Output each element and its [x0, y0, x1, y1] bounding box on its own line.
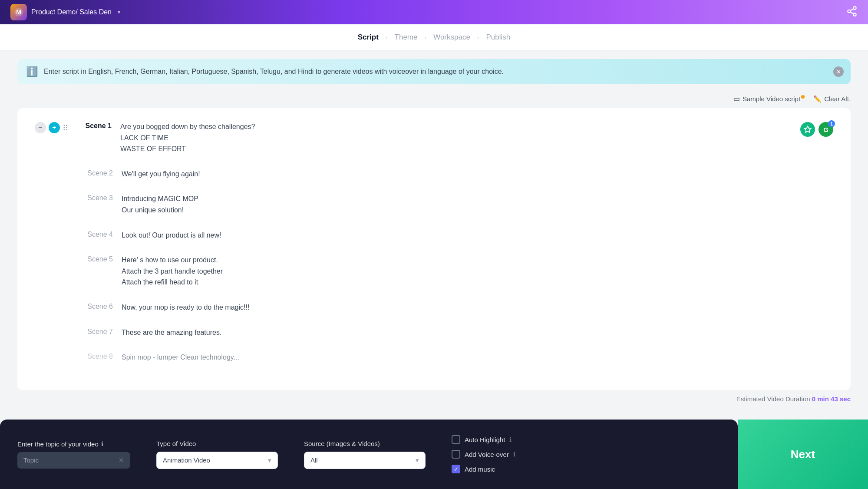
duration-label: Estimated Video Duration [736, 395, 810, 403]
clear-all-button[interactable]: ✏️ Clear AlL [813, 95, 851, 103]
topic-input-wrapper[interactable]: Topic ✕ [17, 452, 130, 469]
add-music-checkbox[interactable]: ✓ [452, 465, 460, 473]
source-value: All [310, 456, 318, 464]
topbar-dropdown-icon[interactable]: ▾ [118, 9, 120, 15]
scene-4-content[interactable]: Look out! Our product is all new! [122, 230, 833, 241]
checkbox-check-icon: ✓ [454, 466, 459, 472]
scene-row: Scene 5 Here' s how to use our product. … [35, 254, 833, 290]
source-group: Source (Images & Videos) All ▾ [304, 440, 426, 469]
breadcrumb: Script › Theme › Workspace › Publish [0, 24, 868, 50]
clear-all-icon: ✏️ [813, 95, 822, 103]
scene-row: Scene 3 Introducing MAGIC MOP Our unique… [35, 193, 833, 217]
topic-input-text: Topic [23, 456, 39, 464]
svg-point-3 [848, 10, 851, 13]
breadcrumb-theme[interactable]: Theme [395, 33, 418, 42]
source-chevron-icon: ▾ [416, 456, 419, 464]
scene-7-content[interactable]: These are the amazing features. [122, 327, 833, 338]
scene-row: Scene 7 These are the amazing features. [35, 327, 833, 340]
breadcrumb-chevron-1: › [386, 34, 388, 41]
scene-5-label: Scene 5 [78, 254, 113, 263]
scene-2-label: Scene 2 [78, 169, 113, 177]
scene-3-label: Scene 3 [78, 193, 113, 202]
scene-8-content[interactable]: Spin mop - lumper Clean technology... [122, 352, 833, 363]
breadcrumb-publish[interactable]: Publish [486, 33, 511, 42]
share-icon[interactable] [846, 6, 858, 19]
scene-8-label: Scene 8 [78, 352, 113, 360]
app-title: Product Demo/ Sales Den [31, 8, 112, 16]
scene-1-label: Scene 1 [77, 121, 112, 130]
scene-5-content[interactable]: Here' s how to use our product. Attach t… [122, 254, 833, 288]
video-type-chevron-icon: ▾ [268, 456, 271, 464]
sample-video-icon: ▭ [733, 95, 740, 103]
scene-1-controls: − + ⠿ [35, 121, 68, 133]
scene-1-ai-icons: G 1 [800, 121, 833, 137]
svg-text:M: M [16, 9, 21, 16]
scene-row: Scene 8 Spin mop - lumper Clean technolo… [35, 352, 833, 365]
scene-3-content[interactable]: Introducing MAGIC MOP Our unique solutio… [122, 193, 833, 215]
auto-highlight-label: Auto Highlight [465, 436, 505, 443]
video-type-select[interactable]: Animation Video ▾ [156, 452, 278, 469]
grammarly-badge: 1 [828, 120, 835, 127]
video-type-value: Animation Video [163, 456, 210, 464]
info-banner-close[interactable]: ✕ [833, 66, 844, 77]
scene-row: Scene 4 Look out! Our product is all new… [35, 230, 833, 243]
info-banner-text: Enter script in English, French, German,… [44, 68, 842, 76]
add-voiceover-row: Add Voice-over ℹ [452, 450, 515, 459]
scene-7-label: Scene 7 [78, 327, 113, 336]
topic-group: Enter the topic of your video ℹ Topic ✕ [17, 440, 130, 469]
info-banner: ℹ️ Enter script in English, French, Germ… [17, 59, 851, 84]
drag-handle-icon[interactable]: ⠿ [63, 122, 68, 133]
auto-highlight-checkbox[interactable] [452, 435, 460, 444]
scene-4-label: Scene 4 [78, 230, 113, 238]
toolbar-row: ▭ Sample Video script ✏️ Clear AlL [17, 95, 851, 103]
svg-line-6 [850, 9, 853, 10]
scene-2-content[interactable]: We'll get you flying again! [122, 169, 833, 180]
svg-line-5 [850, 12, 853, 13]
add-voiceover-info-icon: ℹ [513, 451, 515, 458]
auto-highlight-row: Auto Highlight ℹ [452, 435, 515, 444]
source-label: Source (Images & Videos) [304, 440, 426, 447]
add-music-label: Add music [465, 466, 495, 473]
topic-info-icon: ℹ [101, 440, 103, 447]
breadcrumb-chevron-3: › [477, 34, 479, 41]
bottom-form: Enter the topic of your video ℹ Topic ✕ … [0, 420, 738, 489]
sample-video-button[interactable]: ▭ Sample Video script [733, 95, 805, 103]
duration-value: 0 min 43 sec [812, 395, 851, 403]
source-select[interactable]: All ▾ [304, 452, 426, 469]
bottom-bar: Enter the topic of your video ℹ Topic ✕ … [0, 420, 868, 489]
app-logo: M [10, 4, 27, 20]
topic-label: Enter the topic of your video ℹ [17, 440, 130, 448]
script-area: − + ⠿ Scene 1 Are you bogged down by the… [17, 108, 851, 390]
video-type-group: Type of Video Animation Video ▾ [156, 440, 278, 469]
grammarly-icon[interactable]: G 1 [818, 122, 833, 137]
add-music-row: ✓ Add music [452, 465, 515, 473]
scene-row: − + ⠿ Scene 1 Are you bogged down by the… [35, 121, 833, 156]
breadcrumb-script[interactable]: Script [358, 33, 379, 42]
scene-minus-button[interactable]: − [35, 122, 46, 133]
video-type-label: Type of Video [156, 440, 278, 447]
scene-6-content[interactable]: Now, your mop is ready to do the magic!!… [122, 302, 833, 313]
ai-suggest-icon[interactable] [800, 122, 815, 137]
scene-6-label: Scene 6 [78, 302, 113, 311]
info-banner-icon: ℹ️ [26, 66, 38, 77]
notification-dot [801, 95, 805, 99]
scene-row: Scene 6 Now, your mop is ready to do the… [35, 302, 833, 315]
topbar: M Product Demo/ Sales Den ▾ [0, 0, 868, 24]
scene-plus-button[interactable]: + [49, 122, 60, 133]
breadcrumb-chevron-2: › [424, 34, 426, 41]
add-voiceover-checkbox[interactable] [452, 450, 460, 459]
topbar-left: M Product Demo/ Sales Den ▾ [10, 4, 120, 20]
svg-point-2 [853, 7, 856, 10]
duration-row: Estimated Video Duration 0 min 43 sec [17, 395, 851, 403]
topic-clear-icon[interactable]: ✕ [119, 456, 124, 464]
checkboxes-group: Auto Highlight ℹ Add Voice-over ℹ ✓ Add … [452, 435, 515, 473]
scene-row: Scene 2 We'll get you flying again! [35, 169, 833, 182]
svg-point-4 [853, 13, 856, 16]
auto-highlight-info-icon: ℹ [509, 436, 512, 443]
scene-1-content[interactable]: Are you bogged down by these challenges?… [120, 121, 792, 155]
breadcrumb-workspace[interactable]: Workspace [433, 33, 470, 42]
next-button[interactable]: Next [738, 420, 868, 489]
add-voiceover-label: Add Voice-over [465, 451, 509, 458]
